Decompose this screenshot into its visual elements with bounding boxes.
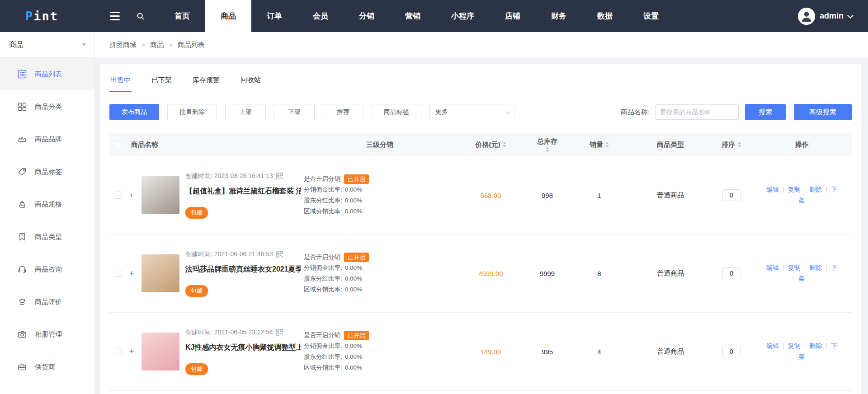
- nav-item-会员[interactable]: 会员: [297, 0, 344, 32]
- nav-item-设置[interactable]: 设置: [628, 0, 674, 32]
- advanced-search-button[interactable]: 高级搜索: [794, 104, 852, 120]
- breadcrumb-item[interactable]: 商品列表: [177, 41, 204, 49]
- action-link-编辑[interactable]: 编辑: [766, 186, 779, 193]
- nav-item-营销[interactable]: 营销: [390, 0, 436, 32]
- sidebar-item-label: 商品列表: [35, 70, 62, 79]
- status-tabs: 出售中已下架库存预警回收站: [109, 64, 852, 92]
- row-checkbox[interactable]: [115, 348, 122, 355]
- column-header-排序[interactable]: 排序: [711, 141, 752, 149]
- sidebar-module-select[interactable]: 商品: [0, 32, 94, 58]
- toolbar-button-下架[interactable]: 下架: [274, 104, 315, 120]
- nav-item-小程序[interactable]: 小程序: [436, 0, 490, 32]
- chevron-down-icon: [847, 12, 854, 18]
- navbar-search-button[interactable]: [127, 0, 153, 32]
- toolbar-button-推荐[interactable]: 推荐: [323, 104, 363, 120]
- column-header-总库存[interactable]: 总库存: [526, 137, 569, 152]
- sort-input[interactable]: [722, 267, 741, 279]
- type-cell: 普通商品: [630, 269, 711, 278]
- action-link-编辑[interactable]: 编辑: [766, 342, 779, 349]
- distribution-cell: 是否开启分销 已开启 分销佣金比率:0.00%股东分红比率:0.00%区域分销比…: [304, 252, 456, 295]
- user-icon: [798, 8, 815, 25]
- qrcode-icon[interactable]: [276, 329, 283, 336]
- sidebar-item-商品品牌[interactable]: 商品品牌: [0, 123, 94, 155]
- expand-row-button[interactable]: +: [127, 269, 136, 278]
- nav-item-label: 商品: [221, 11, 236, 21]
- user-menu[interactable]: admin: [798, 0, 853, 32]
- column-header-价格(元)[interactable]: 价格(元): [456, 141, 526, 149]
- bookmark-icon: [17, 232, 27, 242]
- sidebar-item-商品规格[interactable]: Kg 商品规格: [0, 188, 94, 220]
- toolbar-button-商品标签[interactable]: 商品标签: [372, 104, 421, 120]
- action-link-删除[interactable]: 删除: [809, 342, 822, 349]
- tab-已下架[interactable]: 已下架: [151, 70, 173, 92]
- breadcrumb-item[interactable]: 商品: [150, 41, 164, 49]
- expand-row-button[interactable]: +: [127, 191, 136, 200]
- sort-caret-icon[interactable]: [546, 147, 549, 152]
- search-button[interactable]: 搜索: [745, 104, 786, 120]
- row-checkbox[interactable]: [115, 192, 122, 199]
- flower-icon: [17, 297, 27, 307]
- breadcrumb-item[interactable]: 拼团商城: [109, 41, 137, 49]
- toolbar-button-上架[interactable]: 上架: [225, 104, 266, 120]
- sort-input[interactable]: [722, 189, 741, 201]
- nav-item-财务[interactable]: 财务: [536, 0, 582, 32]
- product-title[interactable]: 【超值礼盒】雅诗兰黛红石榴套装 洁面...: [185, 187, 301, 196]
- product-title[interactable]: KJ性感内衣女无痕小胸聚拢调整型上托...: [185, 343, 301, 352]
- tab-回收站[interactable]: 回收站: [240, 70, 262, 92]
- sidebar-item-供货商[interactable]: 供货商: [0, 351, 94, 383]
- product-title[interactable]: 法玛莎品牌重磅真丝睡衣女2021夏季...: [185, 265, 301, 274]
- product-list-card: 出售中已下架库存预警回收站 发布商品批量删除上架下架推荐商品标签 更多 商品名称…: [100, 64, 861, 394]
- nav-item-店铺[interactable]: 店铺: [490, 0, 536, 32]
- sort-caret-icon[interactable]: [503, 142, 506, 147]
- product-image[interactable]: [142, 254, 179, 292]
- sidebar-item-商品类型[interactable]: 商品类型: [0, 220, 94, 253]
- sidebar-item-商品列表[interactable]: 商品列表: [0, 58, 94, 90]
- actions-cell: 编辑|复制|删除|下架: [752, 184, 852, 206]
- column-header-操作: 操作: [752, 141, 852, 149]
- logo-rest: int: [33, 9, 58, 23]
- product-name-input[interactable]: [655, 104, 739, 120]
- menu-toggle-button[interactable]: [102, 0, 127, 32]
- row-checkbox[interactable]: [115, 270, 122, 277]
- nav-item-label: 分销: [359, 11, 374, 21]
- action-link-复制[interactable]: 复制: [788, 186, 801, 193]
- nav-item-订单[interactable]: 订单: [251, 0, 297, 32]
- table-row: + 创建时间: 2021-06-06 21:46:53 法玛莎品牌重磅真丝睡衣女…: [109, 235, 852, 313]
- tab-库存预警[interactable]: 库存预警: [192, 70, 221, 92]
- action-link-删除[interactable]: 删除: [809, 186, 822, 193]
- sort-caret-icon[interactable]: [605, 142, 609, 147]
- distribution-rate: 分销佣金比率:0.00%: [304, 263, 456, 273]
- app-logo[interactable]: Pint: [0, 0, 102, 32]
- sidebar-item-商品评价[interactable]: 商品评价: [0, 286, 94, 318]
- sort-caret-icon[interactable]: [738, 142, 741, 147]
- table-header-row: 商品名称三级分销价格(元)总库存销量商品类型排序操作: [109, 133, 852, 156]
- tab-出售中[interactable]: 出售中: [109, 70, 132, 92]
- sidebar-item-相册管理[interactable]: 相册管理: [0, 318, 94, 351]
- nav-item-label: 营销: [405, 11, 420, 21]
- nav-item-商品[interactable]: 商品: [205, 0, 251, 32]
- product-image[interactable]: [142, 176, 179, 214]
- more-dropdown[interactable]: 更多: [429, 104, 515, 120]
- select-all-checkbox[interactable]: [115, 141, 122, 148]
- sidebar-item-商品标签[interactable]: 商品标签: [0, 155, 94, 188]
- qrcode-icon[interactable]: [276, 251, 283, 258]
- column-header-三级分销: 三级分销: [304, 141, 456, 149]
- qrcode-icon[interactable]: [276, 173, 283, 179]
- sidebar-item-商品咨询[interactable]: 商品咨询: [0, 253, 94, 286]
- action-link-复制[interactable]: 复制: [788, 264, 801, 271]
- nav-item-分销[interactable]: 分销: [344, 0, 390, 32]
- column-header-销量[interactable]: 销量: [569, 141, 630, 149]
- toolbar-button-发布商品[interactable]: 发布商品: [109, 104, 159, 120]
- action-link-编辑[interactable]: 编辑: [766, 264, 779, 271]
- action-link-删除[interactable]: 删除: [809, 264, 822, 271]
- sidebar-item-商品分类[interactable]: 商品分类: [0, 90, 94, 123]
- nav-item-数据[interactable]: 数据: [582, 0, 628, 32]
- nav-item-首页[interactable]: 首页: [159, 0, 205, 32]
- top-navbar: Pint 首页 商品 订单 会员 分销 营销 小程序 店铺 财务 数据 设置: [0, 0, 868, 32]
- action-link-复制[interactable]: 复制: [788, 342, 801, 349]
- toolbar-button-批量删除[interactable]: 批量删除: [167, 104, 217, 120]
- sort-input[interactable]: [722, 346, 741, 357]
- expand-row-button[interactable]: +: [127, 347, 136, 356]
- headset-icon: [17, 264, 27, 274]
- product-image[interactable]: [142, 333, 179, 371]
